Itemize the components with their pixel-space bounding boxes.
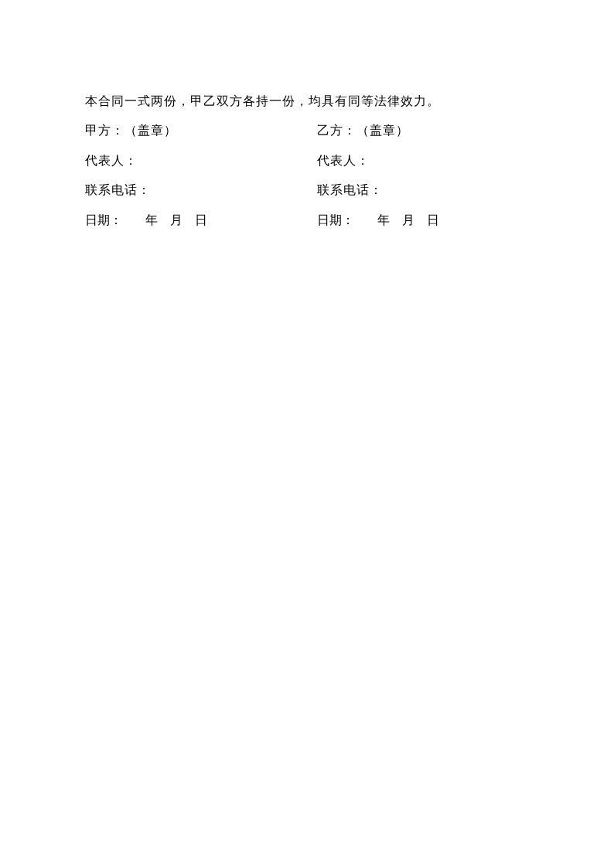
party-a-month: 月 xyxy=(170,213,182,226)
party-a-date: 日期：年月日 xyxy=(85,206,317,235)
party-b-year: 年 xyxy=(377,213,390,226)
party-a-day: 日 xyxy=(195,213,207,226)
seal-row: 甲方：（盖章） 乙方：（盖章） xyxy=(85,116,529,145)
party-b-day: 日 xyxy=(427,213,439,226)
party-b-date-label: 日期： xyxy=(317,213,354,226)
party-b-date: 日期：年月日 xyxy=(317,206,529,235)
party-a-phone: 联系电话： xyxy=(85,175,317,205)
intro-text: 本合同一式两份，甲乙双方各持一份，均具有同等法律效力。 xyxy=(85,87,529,116)
representative-row: 代表人： 代表人： xyxy=(85,146,529,175)
phone-row: 联系电话： 联系电话： xyxy=(85,175,529,205)
party-b-representative: 代表人： xyxy=(317,146,529,175)
party-b-phone: 联系电话： xyxy=(317,175,529,205)
party-a-seal: 甲方：（盖章） xyxy=(85,116,317,145)
party-a-date-label: 日期： xyxy=(85,213,122,226)
contract-signature-page: 本合同一式两份，甲乙双方各持一份，均具有同等法律效力。 甲方：（盖章） 乙方：（… xyxy=(0,0,614,235)
party-a-representative: 代表人： xyxy=(85,146,317,175)
party-a-year: 年 xyxy=(145,213,158,226)
party-b-seal: 乙方：（盖章） xyxy=(317,116,529,145)
party-b-month: 月 xyxy=(402,213,414,226)
date-row: 日期：年月日 日期：年月日 xyxy=(85,206,529,235)
